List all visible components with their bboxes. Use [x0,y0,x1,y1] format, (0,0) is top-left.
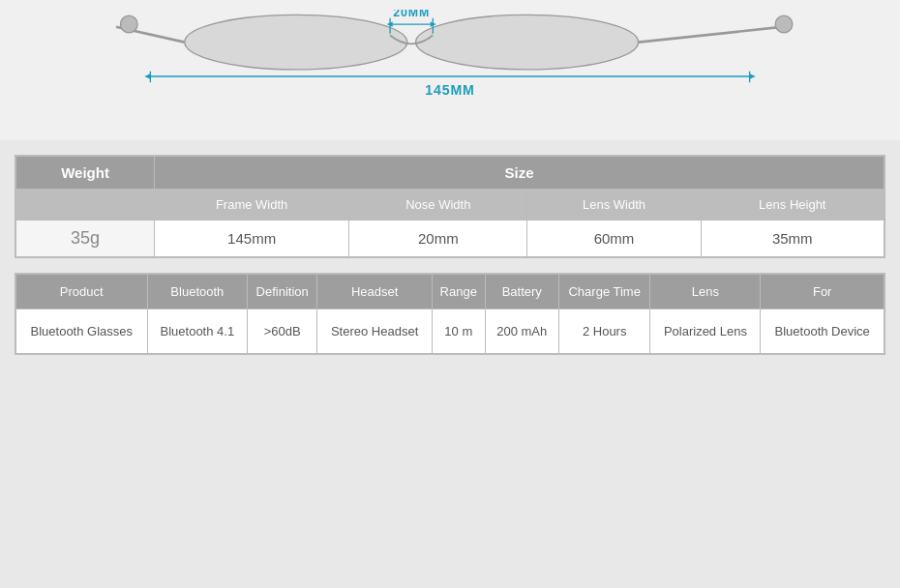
lens-width-header: Lens Width [527,190,701,220]
lens-height-value: 35mm [701,220,884,257]
specs-table: Product Bluetooth Definition Headset Ran… [15,273,885,355]
row1-bluetooth: Bluetooth 4.1 [147,309,248,354]
col-battery-header: Battery [485,275,558,309]
frame-width-header: Frame Width [155,190,349,220]
lens-width-value: 60mm [527,220,701,257]
frame-width-value: 145mm [155,220,349,257]
svg-marker-15 [750,74,756,78]
weight-sub-header [16,190,155,220]
svg-point-4 [120,15,137,33]
lens-height-header: Lens Height [701,190,884,220]
svg-point-1 [416,15,639,70]
size-weight-table: Weight Size Frame Width Nose Width Lens … [15,155,885,258]
row1-charge-time: 2 Hours [558,309,650,354]
row1-lens: Polarized Lens [650,309,761,354]
diagram-section: 20MM 145MM [0,0,900,140]
row1-definition: >60dB [248,309,317,354]
col-charge-time-header: Charge Time [558,275,650,309]
col-headset-header: Headset [317,275,433,309]
row1-for: Bluetooth Device [761,309,885,354]
size-header: Size [155,157,885,190]
col-definition-header: Definition [248,275,317,309]
dim-145mm-label: 145MM [425,82,475,98]
row1-headset: Stereo Headset [317,309,433,354]
row1-product: Bluetooth Glasses [16,309,148,354]
dim-20mm-label: 20MM [393,10,430,19]
nose-width-value: 20mm [349,220,527,257]
svg-point-0 [185,15,407,70]
weight-header: Weight [16,157,155,190]
svg-marker-14 [144,74,150,78]
col-bluetooth-header: Bluetooth [147,275,248,309]
col-range-header: Range [433,275,486,309]
tables-section: Weight Size Frame Width Nose Width Lens … [0,140,900,369]
row1-battery: 200 mAh [485,309,558,354]
col-lens-header: Lens [650,275,761,309]
col-for-header: For [761,275,885,309]
col-product-header: Product [16,275,148,309]
nose-width-header: Nose Width [349,190,527,220]
weight-value: 35g [16,220,155,257]
svg-point-5 [775,15,793,33]
row1-range: 10 m [433,309,486,354]
svg-line-3 [639,27,784,43]
glasses-diagram: 20MM 145MM [15,10,885,121]
